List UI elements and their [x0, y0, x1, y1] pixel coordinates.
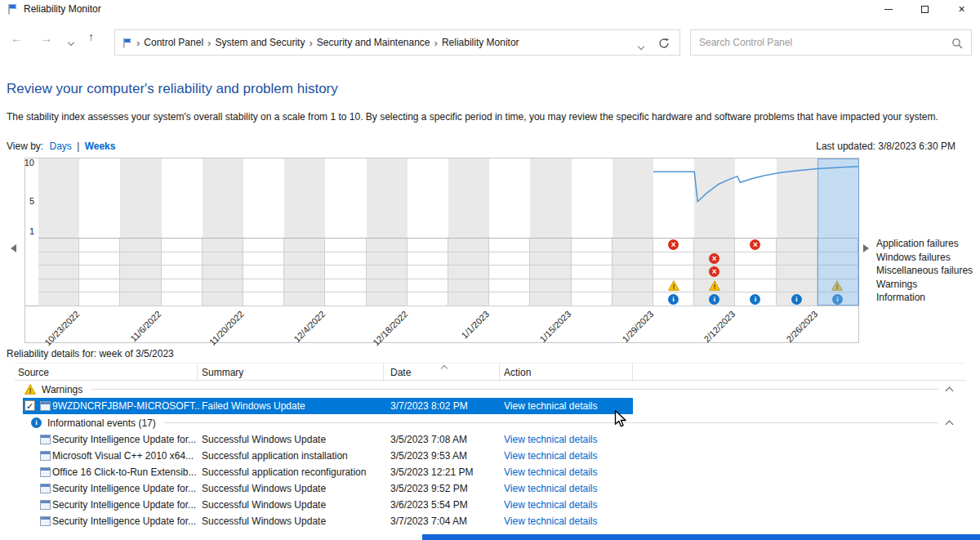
maximize-button[interactable]: [906, 0, 943, 18]
event-cell[interactable]: i: [653, 292, 694, 306]
event-cell[interactable]: [325, 266, 366, 279]
event-cell[interactable]: [325, 279, 366, 293]
breadcrumb-control-panel[interactable]: Control Panel: [144, 37, 203, 48]
event-cell[interactable]: [79, 292, 120, 306]
breadcrumb-separator-icon[interactable]: ›: [136, 37, 140, 49]
event-cell[interactable]: [489, 292, 530, 306]
event-cell[interactable]: [530, 252, 571, 266]
column-header-date[interactable]: Date: [384, 364, 500, 382]
group-row-warnings[interactable]: !Warnings: [15, 381, 965, 398]
event-cell[interactable]: [325, 292, 366, 306]
event-cell[interactable]: ×: [735, 239, 776, 252]
event-cell[interactable]: [735, 279, 776, 293]
event-cell[interactable]: [203, 292, 243, 306]
group-row-informational-events[interactable]: iInformational events (17): [15, 414, 965, 431]
event-cell[interactable]: [777, 279, 817, 293]
event-cell[interactable]: [38, 292, 79, 306]
event-cell[interactable]: [162, 266, 203, 279]
event-cell[interactable]: [120, 266, 161, 279]
minimize-button[interactable]: [870, 0, 906, 18]
view-technical-details-link[interactable]: View technical details: [504, 431, 598, 448]
event-cell[interactable]: [120, 279, 161, 293]
event-cell[interactable]: [489, 279, 530, 293]
event-cell[interactable]: [367, 266, 408, 279]
event-cell[interactable]: [612, 279, 653, 293]
view-technical-details-link[interactable]: View technical details: [504, 448, 598, 464]
event-cell[interactable]: [284, 292, 325, 306]
event-cell[interactable]: [408, 239, 448, 252]
view-technical-details-link[interactable]: View technical details: [504, 497, 598, 513]
row-checkbox[interactable]: ✓: [24, 400, 35, 411]
event-cell[interactable]: [284, 266, 325, 279]
event-cell[interactable]: [694, 239, 735, 252]
event-cell[interactable]: [408, 292, 448, 306]
event-cell[interactable]: [243, 239, 284, 252]
event-cell[interactable]: i: [694, 292, 735, 306]
collapse-chevron-icon[interactable]: [946, 420, 954, 428]
event-cell[interactable]: [120, 239, 161, 252]
event-cell[interactable]: [284, 239, 325, 252]
event-cell[interactable]: [572, 252, 612, 266]
view-weeks-link[interactable]: Weeks: [85, 141, 116, 152]
event-cell[interactable]: [38, 279, 79, 293]
event-cell[interactable]: [79, 279, 120, 293]
event-cell[interactable]: ×: [694, 252, 735, 266]
event-cell[interactable]: [735, 266, 776, 279]
event-cell[interactable]: [448, 292, 489, 306]
event-cell[interactable]: !: [653, 279, 694, 293]
event-cell[interactable]: [203, 239, 243, 252]
event-cell[interactable]: [284, 279, 325, 293]
event-cell[interactable]: [243, 279, 284, 293]
event-cell[interactable]: [162, 292, 203, 306]
event-row[interactable]: Security Intelligence Update for...Succe…: [15, 497, 965, 513]
event-cell[interactable]: [530, 266, 571, 279]
event-cell[interactable]: [489, 266, 530, 279]
breadcrumb-separator-icon[interactable]: ›: [207, 37, 211, 49]
breadcrumb-system-and-security[interactable]: System and Security: [215, 37, 305, 48]
breadcrumb-separator-icon[interactable]: ›: [309, 37, 312, 49]
event-cell[interactable]: [243, 266, 284, 279]
event-cell[interactable]: [79, 252, 120, 266]
recent-locations-chevron-icon[interactable]: [69, 36, 74, 47]
event-cell[interactable]: [408, 252, 448, 266]
column-header-source[interactable]: Source: [15, 364, 198, 382]
chart-scroll-left-button[interactable]: [11, 244, 16, 252]
event-cell[interactable]: [38, 252, 79, 266]
event-row[interactable]: Security Intelligence Update for...Succe…: [15, 513, 965, 529]
breadcrumb-security-and-maintenance[interactable]: Security and Maintenance: [317, 37, 430, 48]
forward-button[interactable]: →: [40, 31, 52, 45]
event-cell[interactable]: [243, 292, 284, 306]
event-cell[interactable]: [530, 292, 571, 306]
event-cell[interactable]: [408, 279, 448, 293]
event-cell[interactable]: [530, 279, 571, 293]
event-cell[interactable]: [448, 252, 489, 266]
back-button[interactable]: ←: [11, 31, 23, 45]
event-cell[interactable]: [284, 252, 325, 266]
event-cell[interactable]: [572, 279, 612, 293]
view-technical-details-link[interactable]: View technical details: [504, 513, 598, 529]
column-header-summary[interactable]: Summary: [198, 364, 384, 382]
chart-scroll-right-button[interactable]: [863, 244, 869, 252]
event-cell[interactable]: ×: [653, 239, 694, 252]
address-dropdown-chevron-icon[interactable]: [639, 40, 644, 51]
search-input[interactable]: [699, 31, 944, 54]
event-cell[interactable]: [325, 239, 366, 252]
collapse-chevron-icon[interactable]: [946, 386, 954, 395]
up-button[interactable]: ↑: [88, 30, 94, 43]
event-cell[interactable]: [79, 239, 120, 252]
view-technical-details-link[interactable]: View technical details: [504, 398, 598, 414]
event-cell[interactable]: [203, 266, 243, 279]
event-cell[interactable]: [489, 239, 530, 252]
event-row[interactable]: ✓9WZDNCRFJBMP-MICROSOFT....Failed Window…: [15, 398, 965, 414]
event-cell[interactable]: [572, 266, 612, 279]
event-cell[interactable]: [448, 266, 489, 279]
event-cell[interactable]: [612, 292, 653, 306]
search-box[interactable]: [690, 29, 972, 56]
breadcrumb-reliability-monitor[interactable]: Reliability Monitor: [442, 37, 519, 48]
event-cell[interactable]: [408, 266, 448, 279]
event-cell[interactable]: [612, 239, 653, 252]
event-cell[interactable]: [162, 252, 203, 266]
event-cell[interactable]: [325, 252, 366, 266]
event-cell[interactable]: [777, 252, 817, 266]
event-cell[interactable]: [489, 252, 530, 266]
